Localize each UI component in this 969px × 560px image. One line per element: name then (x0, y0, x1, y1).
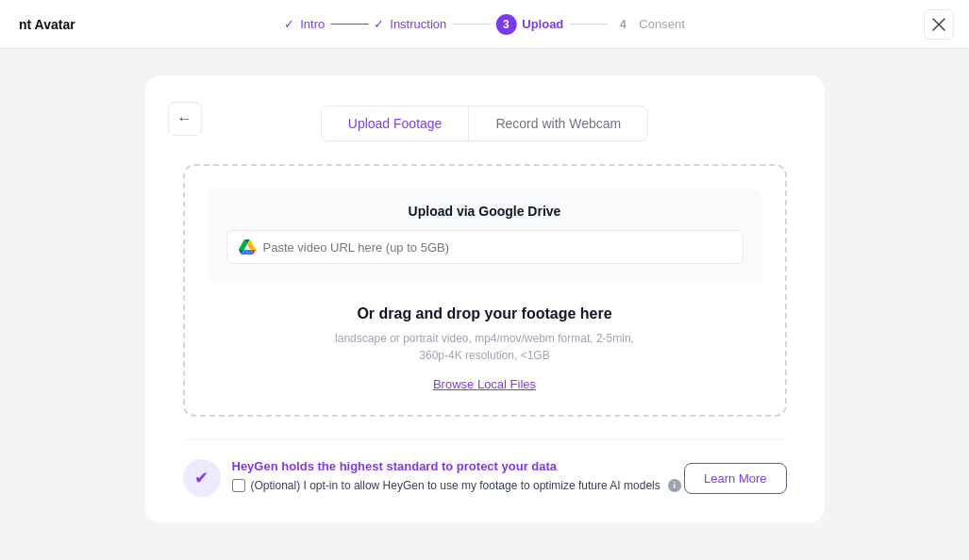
step-intro-check: ✓ (284, 17, 294, 31)
upload-card: ← Upload Footage Record with Webcam Uplo… (145, 75, 825, 523)
drag-drop-hint: landscape or portrait video, mp4/mov/web… (208, 330, 762, 364)
card-footer: ✔ HeyGen holds the highest standard to p… (183, 439, 787, 497)
footer-left: ✔ HeyGen holds the highest standard to p… (183, 459, 681, 497)
step-consent: 4 Consent (612, 14, 684, 35)
opt-in-label: (Optional) I opt-in to allow HeyGen to u… (251, 479, 660, 492)
google-drive-section: Upload via Google Drive (208, 189, 762, 283)
drag-drop-area: Or drag and drop your footage here lands… (208, 305, 762, 392)
step-intro: ✓ Intro (284, 17, 325, 31)
stepper: ✓ Intro ✓ Instruction 3 Upload 4 Consent (284, 14, 684, 35)
hint-line2: 360p-4K resolution, <1GB (419, 349, 549, 362)
step-instruction-label: Instruction (390, 17, 446, 31)
footer-title: HeyGen holds the highest standard to pro… (232, 459, 681, 473)
shield-check-icon: ✔ (194, 468, 209, 488)
top-right-button[interactable] (924, 9, 954, 40)
divider-2 (452, 24, 490, 25)
browse-local-files-button[interactable]: Browse Local Files (433, 377, 536, 391)
hint-line1: landscape or portrait video, mp4/mov/web… (335, 332, 634, 345)
back-button[interactable]: ← (168, 102, 202, 136)
upload-area: Upload via Google Drive Or dra (183, 164, 787, 417)
gdrive-title: Upload via Google Drive (226, 204, 743, 219)
learn-more-button[interactable]: Learn More (684, 463, 786, 494)
info-icon: i (668, 479, 681, 492)
step-consent-label: Consent (639, 17, 684, 31)
tab-record-webcam[interactable]: Record with Webcam (469, 107, 647, 140)
step-upload-num: 3 (495, 14, 516, 35)
step-consent-num: 4 (612, 14, 633, 35)
app-title: nt Avatar (19, 17, 75, 32)
back-arrow-icon: ← (177, 110, 192, 127)
footer-text-block: HeyGen holds the highest standard to pro… (232, 459, 681, 492)
step-instruction-check: ✓ (374, 17, 384, 31)
close-icon (932, 18, 945, 31)
google-drive-icon (239, 239, 256, 255)
step-intro-label: Intro (300, 17, 325, 31)
top-nav: nt Avatar ✓ Intro ✓ Instruction 3 Upload… (0, 0, 969, 49)
step-instruction: ✓ Instruction (374, 17, 446, 31)
divider-3 (569, 24, 607, 25)
divider-1 (330, 24, 368, 25)
step-upload-label: Upload (522, 17, 563, 31)
opt-in-checkbox[interactable] (232, 479, 245, 492)
gdrive-url-input[interactable] (263, 240, 731, 255)
main-content: ← Upload Footage Record with Webcam Uplo… (0, 49, 969, 550)
tab-upload-footage[interactable]: Upload Footage (322, 107, 470, 140)
step-upload: 3 Upload (495, 14, 563, 35)
tab-toggle: Upload Footage Record with Webcam (321, 106, 648, 141)
footer-checkbox-row: (Optional) I opt-in to allow HeyGen to u… (232, 479, 681, 492)
drag-drop-heading: Or drag and drop your footage here (208, 305, 762, 322)
shield-icon-wrap: ✔ (183, 459, 221, 497)
gdrive-input-wrapper (226, 230, 743, 264)
